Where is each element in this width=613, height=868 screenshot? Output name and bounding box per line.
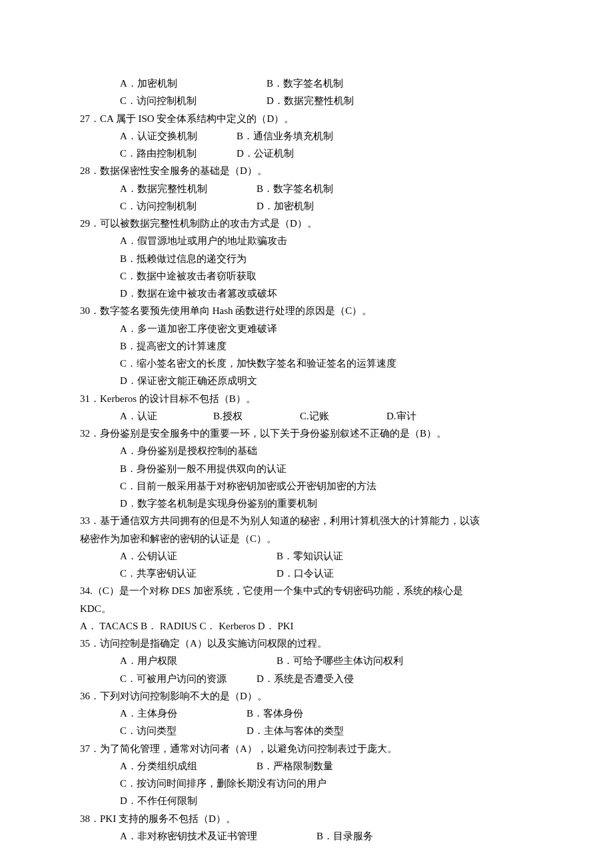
q35-options-row1: A．用户权限 B．可给予哪些主体访问权利: [80, 652, 533, 669]
q33-options-row2: C．共享密钥认证 D．口令认证: [80, 565, 533, 582]
q28-opt-d: D．加密机制: [257, 197, 314, 215]
q36-text: 36．下列对访问控制影响不大的是（D）。: [80, 687, 533, 705]
q32-opt-d: D．数字签名机制是实现身份鉴别的重要机制: [80, 495, 533, 512]
q34-text-line2: KDC。: [80, 600, 533, 617]
q26-opt-a: A．加密机制: [120, 75, 267, 92]
q28-opt-c: C．访问控制机制: [120, 197, 257, 215]
q32-text: 32．身份鉴别是安全服务中的重要一环，以下关于身份鉴别叙述不正确的是（B）。: [80, 425, 533, 442]
q33-opt-d: D．口令认证: [277, 565, 334, 582]
q37-opt-d: D．不作任何限制: [80, 792, 533, 809]
q36-opt-c: C．访问类型: [120, 722, 247, 739]
q29-text: 29．可以被数据完整性机制防止的攻击方式是（D）。: [80, 215, 533, 232]
q34-text-line1: 34.（C）是一个对称 DES 加密系统，它使用一个集中式的专钥密码功能，系统的…: [80, 582, 533, 599]
q26-opt-c: C．访问控制机制: [120, 92, 267, 109]
q26-opt-b: B．数字签名机制: [267, 75, 343, 92]
q27-text: 27．CA 属于 ISO 安全体系结构中定义的（D）。: [80, 110, 533, 127]
q31-opt-c: C.记账: [300, 407, 386, 425]
q33-opt-a: A．公钥认证: [120, 547, 277, 565]
q29-opt-d: D．数据在途中被攻击者篡改或破坏: [80, 285, 533, 302]
q36-options-row1: A．主体身份 B．客体身份: [80, 705, 533, 722]
q37-opt-c: C．按访问时间排序，删除长期没有访问的用户: [80, 775, 533, 792]
q28-options-row2: C．访问控制机制 D．加密机制: [80, 197, 533, 215]
q35-opt-a: A．用户权限: [120, 652, 277, 669]
q36-options-row2: C．访问类型 D．主体与客体的类型: [80, 722, 533, 739]
q27-opt-d: D．公证机制: [237, 145, 294, 162]
q26-options-row2: C．访问控制机制 D．数据完整性机制: [80, 92, 533, 109]
q31-opt-d: D.审计: [386, 407, 416, 425]
q26-opt-d: D．数据完整性机制: [267, 92, 354, 109]
q38-text: 38．PKI 支持的服务不包括（D）。: [80, 810, 533, 827]
q38-opt-b: B．目录服务: [316, 827, 373, 845]
q37-opt-a: A．分类组织成组: [120, 757, 257, 775]
q27-options-row1: A．认证交换机制 B．通信业务填充机制: [80, 127, 533, 145]
q31-opt-a: A．认证: [120, 407, 213, 425]
q28-text: 28．数据保密性安全服务的基础是（D）。: [80, 162, 533, 179]
q33-text-line1: 33．基于通信双方共同拥有的但是不为别人知道的秘密，利用计算机强大的计算能力，以…: [80, 512, 533, 529]
q31-options-row: A．认证 B.授权 C.记账 D.审计: [80, 407, 533, 425]
q28-opt-b: B．数字签名机制: [257, 180, 333, 197]
q29-opt-a: A．假冒源地址或用户的地址欺骗攻击: [80, 232, 533, 249]
q33-text-line2: 秘密作为加密和解密的密钥的认证是（C）。: [80, 530, 533, 547]
q35-opt-b: B．可给予哪些主体访问权利: [277, 652, 403, 669]
q32-opt-b: B．身份鉴别一般不用提供双向的认证: [80, 460, 533, 477]
q34-options: A． TACACS B． RADIUS C． Kerberos D． PKI: [80, 617, 533, 635]
q27-options-row2: C．路由控制机制 D．公证机制: [80, 145, 533, 162]
q31-text: 31．Kerberos 的设计目标不包括（B）。: [80, 390, 533, 407]
q36-opt-b: B．客体身份: [247, 705, 303, 722]
q35-opt-c: C．可被用户访问的资源: [120, 670, 257, 687]
q35-opt-d: D．系统是否遭受入侵: [257, 670, 354, 687]
q33-opt-b: B．零知识认证: [277, 547, 343, 565]
q28-options-row1: A．数据完整性机制 B．数字签名机制: [80, 180, 533, 197]
q33-opt-c: C．共享密钥认证: [120, 565, 277, 582]
q33-options-row1: A．公钥认证 B．零知识认证: [80, 547, 533, 565]
q38-opt-a: A．非对称密钥技术及证书管理: [120, 827, 316, 845]
q37-options-row1: A．分类组织成组 B．严格限制数量: [80, 757, 533, 775]
q28-opt-a: A．数据完整性机制: [120, 180, 257, 197]
q35-options-row2: C．可被用户访问的资源 D．系统是否遭受入侵: [80, 670, 533, 687]
q30-opt-a: A．多一道加密工序使密文更难破译: [80, 320, 533, 337]
q32-opt-a: A．身份鉴别是授权控制的基础: [80, 442, 533, 459]
q30-opt-d: D．保证密文能正确还原成明文: [80, 372, 533, 389]
q37-text: 37．为了简化管理，通常对访问者（A），以避免访问控制表过于庞大。: [80, 740, 533, 757]
q36-opt-d: D．主体与客体的类型: [247, 722, 344, 739]
q29-opt-b: B．抵赖做过信息的递交行为: [80, 250, 533, 267]
q26-options-row1: A．加密机制 B．数字签名机制: [80, 75, 533, 92]
q32-opt-c: C．目前一般采用基于对称密钥加密或公开密钥加密的方法: [80, 477, 533, 495]
q30-opt-c: C．缩小签名密文的长度，加快数字签名和验证签名的运算速度: [80, 355, 533, 372]
q38-options-row1: A．非对称密钥技术及证书管理 B．目录服务: [80, 827, 533, 845]
q30-opt-b: B．提高密文的计算速度: [80, 337, 533, 355]
document-page: A．加密机制 B．数字签名机制 C．访问控制机制 D．数据完整性机制 27．CA…: [0, 0, 613, 868]
q30-text: 30．数字签名要预先使用单向 Hash 函数进行处理的原因是（C）。: [80, 302, 533, 319]
q35-text: 35．访问控制是指确定（A）以及实施访问权限的过程。: [80, 635, 533, 652]
q27-opt-b: B．通信业务填充机制: [237, 127, 333, 145]
q36-opt-a: A．主体身份: [120, 705, 247, 722]
q29-opt-c: C．数据中途被攻击者窃听获取: [80, 267, 533, 285]
q27-opt-a: A．认证交换机制: [120, 127, 237, 145]
q27-opt-c: C．路由控制机制: [120, 145, 237, 162]
q31-opt-b: B.授权: [213, 407, 300, 425]
q37-opt-b: B．严格限制数量: [257, 757, 333, 775]
